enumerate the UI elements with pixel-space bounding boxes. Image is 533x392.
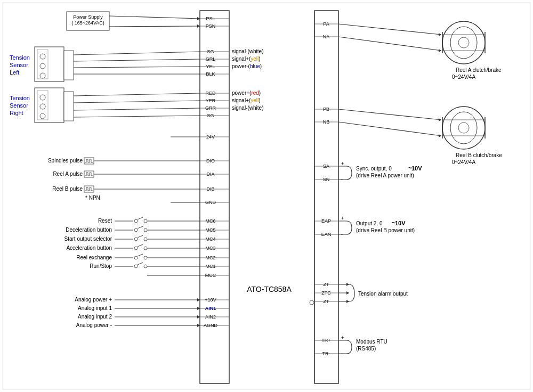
svg-text:signal+(yell): signal+(yell) xyxy=(232,97,261,103)
svg-text:Spindles pulse: Spindles pulse xyxy=(48,158,83,164)
svg-text:10V: 10V xyxy=(411,165,422,172)
svg-text:(RS485): (RS485) xyxy=(356,346,376,352)
svg-text:Sensor: Sensor xyxy=(10,102,28,109)
svg-text:Reset: Reset xyxy=(98,218,112,224)
diagram-container: PSL PSN SG GRL YEL BLK RED YER GRR SG 24… xyxy=(0,0,533,392)
svg-text:( 165~264VAC): ( 165~264VAC) xyxy=(71,20,104,26)
svg-text:Reel B pulse: Reel B pulse xyxy=(52,186,83,192)
svg-text:Modbus RTU: Modbus RTU xyxy=(356,339,387,345)
svg-text:Analog power -: Analog power - xyxy=(76,322,112,328)
svg-text:* NPN: * NPN xyxy=(85,195,100,201)
svg-text:Tension alarm output: Tension alarm output xyxy=(358,291,408,297)
svg-text:power-(blue): power-(blue) xyxy=(232,63,262,69)
svg-text:Analog power +: Analog power + xyxy=(75,297,112,303)
svg-text:Sync. output, 0: Sync. output, 0 xyxy=(356,166,392,172)
svg-text:Tension: Tension xyxy=(10,95,30,101)
svg-text:0~24V/4A: 0~24V/4A xyxy=(452,159,476,165)
svg-text:Left: Left xyxy=(10,69,19,76)
svg-rect-54 xyxy=(314,11,338,383)
svg-text:Analog input 1: Analog input 1 xyxy=(78,305,112,311)
svg-rect-128 xyxy=(84,186,94,192)
svg-text:Reel exchange: Reel exchange xyxy=(76,255,112,260)
svg-text:Tension: Tension xyxy=(10,54,30,61)
svg-text:Output 2, 0: Output 2, 0 xyxy=(356,220,383,226)
svg-text:Reel B clutch/brake: Reel B clutch/brake xyxy=(456,152,502,158)
svg-text:Reel A pulse: Reel A pulse xyxy=(53,171,83,177)
svg-rect-109 xyxy=(64,92,74,121)
svg-text:Run/Stop: Run/Stop xyxy=(90,263,112,269)
svg-rect-0 xyxy=(0,0,533,392)
svg-text:(drive Reel A power unit): (drive Reel A power unit) xyxy=(356,173,414,178)
svg-text:signal-(white): signal-(white) xyxy=(232,105,263,111)
svg-rect-93 xyxy=(64,51,74,80)
svg-text:Analog input 2: Analog input 2 xyxy=(78,314,112,320)
svg-text:power+(red): power+(red) xyxy=(232,90,261,96)
svg-text:Deceleration button: Deceleration button xyxy=(66,227,112,233)
svg-text:Start output selector: Start output selector xyxy=(64,236,112,242)
svg-rect-125 xyxy=(84,171,94,177)
svg-text:+: + xyxy=(341,216,344,221)
svg-text:signal+(yell): signal+(yell) xyxy=(232,56,261,62)
svg-text:Right: Right xyxy=(10,110,23,116)
svg-text:(drive Reel B power unit): (drive Reel B power unit) xyxy=(356,227,415,233)
svg-text:Acceleration button: Acceleration button xyxy=(66,245,112,251)
svg-text:+: + xyxy=(341,161,344,166)
svg-text:Power Supply: Power Supply xyxy=(73,14,103,20)
svg-text:0~24V/4A: 0~24V/4A xyxy=(452,74,476,80)
svg-text:Sensor: Sensor xyxy=(10,62,28,68)
svg-text:signal-(white): signal-(white) xyxy=(232,48,263,54)
svg-text:10V: 10V xyxy=(395,220,406,226)
svg-rect-122 xyxy=(84,158,94,164)
svg-text:ATO-TC858A: ATO-TC858A xyxy=(247,285,292,293)
svg-text:Reel A clutch/brake: Reel A clutch/brake xyxy=(456,67,502,73)
svg-text:+: + xyxy=(341,335,344,340)
